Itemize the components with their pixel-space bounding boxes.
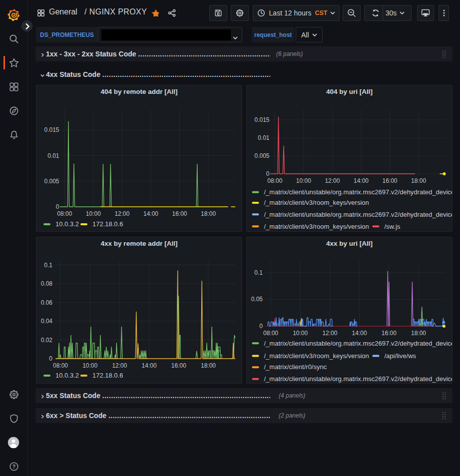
svg-text:18:00: 18:00 bbox=[201, 362, 216, 369]
svg-text:0.015: 0.015 bbox=[44, 126, 59, 133]
svg-text:0.005: 0.005 bbox=[44, 178, 59, 185]
svg-text:0.08: 0.08 bbox=[41, 280, 53, 287]
svg-text:?: ? bbox=[12, 464, 15, 470]
svg-text:14:00: 14:00 bbox=[352, 330, 367, 337]
svg-text:/_matrix/client/unstable/org.m: /_matrix/client/unstable/org.matrix.msc2… bbox=[264, 211, 453, 218]
svg-text:0.04: 0.04 bbox=[41, 318, 53, 325]
svg-text:16:00: 16:00 bbox=[171, 362, 186, 369]
svg-text:12:00: 12:00 bbox=[322, 330, 337, 337]
svg-text:08:00: 08:00 bbox=[53, 362, 68, 369]
svg-text:10:00: 10:00 bbox=[86, 210, 101, 217]
svg-text:0.1: 0.1 bbox=[44, 262, 52, 269]
svg-text:0.015: 0.015 bbox=[254, 116, 269, 123]
svg-text:16:00: 16:00 bbox=[382, 330, 397, 337]
svg-text:10:00: 10:00 bbox=[82, 362, 97, 369]
svg-text:0: 0 bbox=[259, 323, 263, 330]
svg-text:/_matrix/client/v3/room_keys/v: /_matrix/client/v3/room_keys/version bbox=[264, 352, 369, 360]
svg-text:12:00: 12:00 bbox=[112, 362, 127, 369]
svg-text:10:00: 10:00 bbox=[293, 330, 308, 337]
svg-text:10.0.3.2: 10.0.3.2 bbox=[55, 220, 79, 228]
svg-text:0.01: 0.01 bbox=[47, 152, 59, 159]
svg-text:0.1: 0.1 bbox=[254, 269, 263, 276]
svg-text:/_matrix/client/unstable/org.m: /_matrix/client/unstable/org.matrix.msc2… bbox=[264, 340, 453, 347]
svg-text:10:00: 10:00 bbox=[296, 177, 311, 184]
svg-text:08:00: 08:00 bbox=[267, 177, 282, 184]
svg-text:0.01: 0.01 bbox=[258, 134, 270, 141]
svg-text:/_matrix/client/unstable/org.m: /_matrix/client/unstable/org.matrix.msc2… bbox=[264, 375, 453, 383]
svg-text:0: 0 bbox=[56, 203, 59, 210]
svg-text:18:00: 18:00 bbox=[411, 330, 426, 337]
svg-text:0: 0 bbox=[49, 355, 52, 362]
svg-text:172.18.0.6: 172.18.0.6 bbox=[92, 220, 123, 228]
svg-text:0.05: 0.05 bbox=[251, 296, 263, 303]
svg-text:/_matrix/client/v3/room_keys/v: /_matrix/client/v3/room_keys/version bbox=[264, 199, 369, 206]
svg-text:08:00: 08:00 bbox=[263, 330, 278, 337]
svg-text:/_matrix/client/r0/sync: /_matrix/client/r0/sync bbox=[264, 363, 327, 371]
svg-text:18:00: 18:00 bbox=[201, 210, 216, 217]
svg-text:/_matrix/client/unstable/org.m: /_matrix/client/unstable/org.matrix.msc2… bbox=[264, 188, 453, 196]
svg-text:18:00: 18:00 bbox=[411, 177, 426, 184]
svg-text:172.18.0.6: 172.18.0.6 bbox=[92, 372, 123, 379]
svg-text:10.0.3.2: 10.0.3.2 bbox=[55, 372, 79, 379]
svg-text:16:00: 16:00 bbox=[383, 177, 398, 184]
svg-text:12:00: 12:00 bbox=[114, 210, 129, 217]
svg-text:0.02: 0.02 bbox=[41, 337, 53, 344]
svg-text:0: 0 bbox=[266, 170, 270, 177]
svg-text:0.005: 0.005 bbox=[254, 152, 269, 159]
svg-text:/sw.js: /sw.js bbox=[385, 223, 401, 230]
svg-text:/api/live/ws: /api/live/ws bbox=[385, 352, 417, 360]
svg-text:14:00: 14:00 bbox=[142, 362, 157, 369]
svg-text:14:00: 14:00 bbox=[354, 177, 369, 184]
svg-text:14:00: 14:00 bbox=[143, 210, 158, 217]
svg-text:0.06: 0.06 bbox=[41, 299, 53, 306]
svg-text:16:00: 16:00 bbox=[172, 210, 187, 217]
svg-text:/_matrix/client/v3/room_keys/v: /_matrix/client/v3/room_keys/version bbox=[264, 223, 369, 230]
svg-text:12:00: 12:00 bbox=[325, 177, 340, 184]
svg-text:08:00: 08:00 bbox=[57, 210, 72, 217]
